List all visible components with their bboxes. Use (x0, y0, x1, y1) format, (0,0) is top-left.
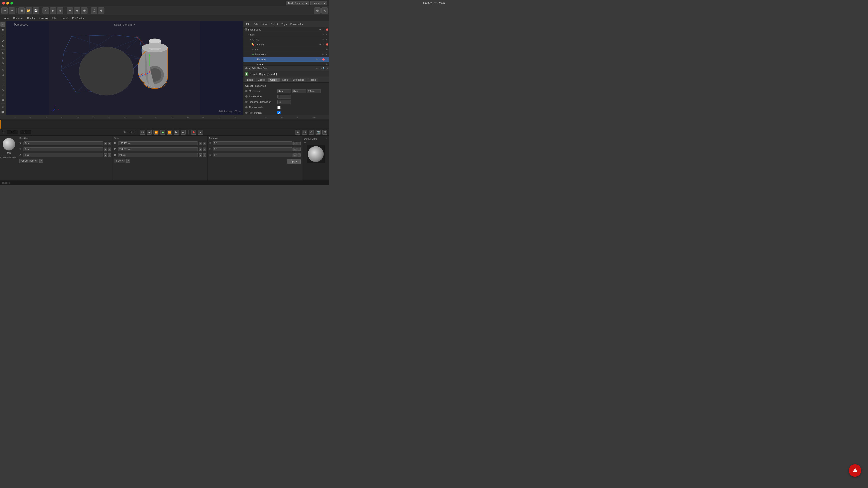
vis-btn-ctrl[interactable]: 👁 (321, 38, 324, 41)
viewport[interactable]: X Y Z Perspective Default Camera ⚙ Grid … (6, 21, 243, 115)
om-item-ctrl[interactable]: ⊡ CTRL 👁 ✓ (243, 37, 329, 42)
new-button[interactable]: ⊞ (18, 7, 25, 14)
pos-x-down[interactable]: ▼ (108, 142, 111, 145)
pos-select-arrow[interactable]: ▼ (39, 159, 43, 163)
left-tool-u1[interactable]: ⊕ (0, 104, 5, 109)
om-menu-bookmarks[interactable]: Bookmarks (289, 22, 304, 26)
rend-btn-extrude[interactable]: ✓ (319, 58, 322, 61)
vis-btn-capsule[interactable]: 👁 (319, 43, 322, 46)
visibility-btn[interactable]: 👁 (319, 28, 322, 31)
menu-filter[interactable]: Filter (50, 16, 59, 20)
extra-btn-extrude[interactable]: ⋯ (325, 58, 328, 61)
apply-button[interactable]: Apply (287, 159, 301, 164)
light-menu-item[interactable]: ☰ (304, 141, 306, 144)
pos-z-down[interactable]: ▼ (108, 153, 111, 157)
vis-btn-null1[interactable]: 👁 (321, 33, 324, 36)
pos-x-up[interactable]: ▲ (104, 142, 107, 145)
rend-btn-ctrl[interactable]: ✓ (325, 38, 328, 41)
om-menu-file[interactable]: File (245, 22, 252, 26)
rot-y-input[interactable] (213, 147, 292, 151)
rot-z-up[interactable]: ▲ (293, 153, 297, 157)
prop-nav-back[interactable]: ← (315, 67, 318, 70)
timeline-track[interactable] (0, 120, 329, 129)
rend-btn-symmetry[interactable]: ✓ (325, 53, 328, 56)
next-key-btn[interactable]: ▶ (174, 130, 179, 135)
play-btn[interactable]: ▶ (160, 130, 165, 135)
size-select-arrow[interactable]: ▼ (126, 159, 130, 163)
size-z-down[interactable]: ▼ (203, 153, 206, 157)
vis-btn-symmetry[interactable]: 👁 (321, 53, 324, 56)
render-all-btn[interactable]: ⬡ (302, 130, 307, 135)
tab-caps[interactable]: Caps (280, 78, 290, 82)
menu-view[interactable]: View (2, 16, 11, 20)
open-button[interactable]: 📂 (26, 7, 32, 14)
bottom-select-btn[interactable]: Select (12, 156, 18, 159)
left-tool-t7[interactable]: ◉ (0, 98, 5, 102)
prev-frame-btn[interactable]: ⏪ (153, 130, 158, 135)
menu-prorender[interactable]: ProRender (70, 16, 86, 20)
pos-y-down[interactable]: ▼ (108, 148, 111, 151)
tool-scale[interactable]: ◆ (74, 7, 80, 14)
left-tool-move[interactable]: ✦ (0, 34, 5, 38)
light-close-btn[interactable]: ✕ (326, 138, 327, 140)
om-item-ala[interactable]: ✎ Ala 👁 (243, 62, 329, 65)
menu-cameras[interactable]: Cameras (11, 16, 25, 20)
tool-rotate[interactable]: ◉ (81, 7, 88, 14)
maximize-button[interactable] (10, 2, 13, 4)
prev-key-btn[interactable]: ◀ (147, 130, 152, 135)
vis-btn-null2[interactable]: 👁 (325, 48, 328, 51)
render-btn[interactable]: ✓ (322, 28, 326, 31)
go-start-btn[interactable]: ⏮ (140, 130, 145, 135)
left-tool-t2[interactable]: □ (0, 72, 5, 77)
viewport-shading[interactable]: ◐ (314, 7, 320, 14)
render-settings[interactable]: ▶ (50, 7, 56, 14)
left-tool-select[interactable]: ▣ (0, 27, 5, 32)
minimize-button[interactable] (6, 2, 9, 4)
om-menu-view[interactable]: View (260, 22, 269, 26)
render-opts-btn[interactable]: ⚙ (309, 130, 314, 135)
tab-basic[interactable]: Basic (245, 78, 255, 82)
om-item-null-2[interactable]: ○ Null 👁 (243, 47, 329, 52)
pos-z-up[interactable]: ▲ (104, 153, 107, 157)
tab-phong[interactable]: Phong (307, 78, 318, 82)
size-x-input[interactable] (118, 141, 198, 145)
rot-z-input[interactable] (213, 153, 292, 157)
redo-button[interactable]: ↪ (8, 7, 15, 14)
left-tool-t3[interactable]: ◎ (0, 77, 5, 82)
isoparm-input[interactable] (277, 100, 291, 104)
left-tool-t6[interactable]: ⬠ (0, 93, 5, 97)
om-item-null-1[interactable]: ○ Null 👁 ✓ (243, 32, 329, 37)
snapshot-btn[interactable]: 📷 (315, 130, 320, 135)
go-end-btn[interactable]: ⏭ (181, 130, 186, 135)
left-tool-scale[interactable]: ⤢ (0, 39, 5, 43)
pos-x-input[interactable] (24, 141, 103, 145)
left-tool-s1[interactable]: $ (0, 51, 5, 55)
left-tool-s2[interactable]: $ (0, 56, 5, 60)
axis-button[interactable]: ⊕ (98, 7, 104, 14)
mode-btn[interactable]: Mode (245, 67, 250, 70)
pos-z-input[interactable] (24, 153, 103, 157)
user-data-btn[interactable]: User Data (257, 67, 267, 70)
node-spaces-select[interactable]: Node Spaces (286, 1, 309, 5)
layouts-select[interactable]: Layouts (310, 1, 327, 5)
close-button[interactable] (2, 2, 5, 4)
render-view[interactable]: ◎ (321, 7, 328, 14)
om-menu-tags[interactable]: Tags (280, 22, 288, 26)
rend-btn-null1[interactable]: ✓ (325, 33, 328, 36)
hierarchical-checkbox[interactable] (277, 111, 281, 114)
left-tool-rotate[interactable]: ↻ (0, 44, 5, 48)
size-y-up[interactable]: ▲ (199, 148, 202, 151)
size-z-input[interactable] (118, 153, 198, 157)
tab-coord[interactable]: Coord. (256, 78, 268, 82)
movement-x-input[interactable] (277, 89, 291, 93)
om-item-extrude[interactable]: ⬆ Extrude 👁 ✓ ⋯ (243, 57, 329, 62)
left-tool-t5[interactable]: ✎ (0, 88, 5, 92)
rot-x-up[interactable]: ▲ (293, 142, 297, 145)
render-active-btn[interactable]: ◈ (295, 130, 300, 135)
vis-btn-ala[interactable]: 👁 (325, 63, 328, 66)
tool-move[interactable]: ✦ (67, 7, 73, 14)
size-select[interactable]: Size (114, 159, 125, 163)
bottom-edit-btn[interactable]: Edit (7, 156, 11, 159)
bottom-create-btn[interactable]: Create (0, 156, 6, 159)
size-y-down[interactable]: ▼ (203, 148, 206, 151)
